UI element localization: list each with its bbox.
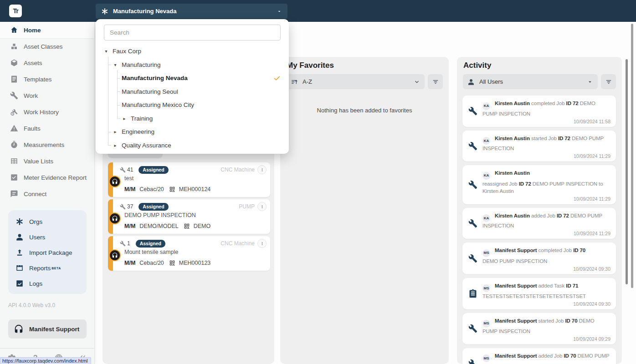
activity-text-strong: Manifest Support: [495, 248, 537, 253]
qr-code-icon: [169, 260, 175, 266]
job-menu-button[interactable]: [257, 239, 267, 248]
org-tree-node[interactable]: Manufacturing Seoul: [96, 85, 289, 99]
org-switcher-button[interactable]: Manufacturing Nevada: [96, 4, 287, 19]
status-badge: Assigned: [138, 166, 168, 174]
sidebar-item-work[interactable]: Work: [0, 87, 94, 104]
job-asset-class: CNC Machine: [221, 240, 255, 247]
job-card-header: 1AssignedCNC Machine: [120, 239, 267, 248]
activity-user-filter-dropdown[interactable]: All Users: [463, 74, 598, 89]
activity-text-strong: Kirsten Austin: [495, 213, 530, 218]
sidebar-item-reports[interactable]: Reports BETA: [8, 260, 87, 276]
org-tree-node[interactable]: ▾Manufacturing: [96, 58, 289, 72]
table-icon: [10, 157, 18, 165]
job-card[interactable]: 37AssignedPUMPDEMO PUMP INSPECTIONM/MDEM…: [108, 199, 270, 234]
activity-text-strong: Kirsten Austin: [495, 136, 530, 141]
sidebar-item-label: Connect: [24, 191, 46, 197]
sidebar-item-faults[interactable]: Faults: [0, 120, 94, 136]
activity-text: KA Kirsten Austin started Job ID 72 DEMO…: [482, 135, 610, 152]
support-button[interactable]: Manifest Support: [8, 319, 87, 339]
caret-right-icon[interactable]: ▸: [113, 143, 118, 148]
activity-text-strong: ID 71: [566, 283, 578, 288]
activity-text: MS Manifest Support added Job ID 70 DEMO…: [482, 352, 610, 364]
org-tree-node-label: Engineering: [122, 128, 154, 135]
caret-down-icon[interactable]: ▾: [103, 49, 109, 54]
app-logo: Tr: [9, 5, 22, 17]
activity-item[interactable]: KA Kirsten Austinreassigned Job ID 72 DE…: [462, 165, 616, 204]
assignee-avatar: [109, 176, 121, 187]
org-search-input[interactable]: [104, 25, 281, 40]
org-tree-node[interactable]: ▸Training: [96, 112, 289, 126]
sidebar-item-work-history[interactable]: Work History: [0, 104, 94, 120]
activity-item[interactable]: KA Kirsten Austin started Job ID 72 DEMO…: [462, 131, 616, 162]
activity-text-strong: Kirsten Austin: [495, 101, 530, 106]
sidebar-item-asset-classes[interactable]: Asset Classes: [0, 38, 94, 55]
org-hub-icon: [101, 8, 108, 15]
sidebar-item-import-package[interactable]: Import Package: [8, 245, 87, 260]
org-tree-node[interactable]: ▸Engineering: [96, 125, 289, 139]
caret-down-icon[interactable]: ▾: [113, 62, 118, 67]
sidebar-item-label: Value Lists: [24, 158, 53, 165]
sidebar-item-connect[interactable]: Connect: [0, 186, 94, 202]
chevron-down-icon: [414, 79, 420, 85]
sidebar-item-templates[interactable]: Templates: [0, 71, 94, 87]
activity-text-strong: ID 72: [566, 101, 579, 106]
job-card[interactable]: 1AssignedCNC MachineMount tensile sample…: [108, 236, 270, 271]
assignee-avatar: [109, 249, 121, 261]
activity-title: Activity: [463, 61, 491, 70]
person-icon: [15, 233, 24, 241]
status-bar-link: https://fauxcorp.taqdev.com/index.html: [0, 357, 91, 364]
wrench-icon: [120, 167, 126, 173]
sidebar-item-value-lists[interactable]: Value Lists: [0, 153, 94, 169]
sidebar-item-logs[interactable]: Logs: [8, 276, 87, 291]
job-menu-button[interactable]: [257, 165, 267, 174]
job-card[interactable]: 41AssignedCNC MachinetestM/MCebac/20MEH0…: [108, 162, 270, 197]
activity-filter-button[interactable]: [601, 74, 616, 89]
sidebar-item-measurements[interactable]: Measurements: [0, 136, 94, 153]
org-tree-node[interactable]: Manufacturing Mexico City: [96, 98, 289, 112]
sidebar-item-meter-evidence-report[interactable]: Meter Evidence Report: [0, 169, 94, 186]
job-id: 37: [127, 203, 133, 210]
logs-chart-icon: [15, 279, 24, 288]
sidebar-item-users[interactable]: Users: [8, 229, 87, 245]
sidebar-item-orgs[interactable]: Orgs: [8, 214, 87, 229]
selected-check-icon: [273, 75, 281, 82]
job-serial: DEMO: [194, 223, 211, 229]
activity-text-strong: ID 72: [519, 181, 531, 187]
user-initials-avatar: MS: [482, 354, 490, 362]
caret-right-icon[interactable]: ▸: [122, 116, 127, 121]
org-tree-node[interactable]: ▾Faux Corp: [96, 45, 289, 58]
home-icon: [10, 26, 18, 34]
job-id: 41: [127, 167, 133, 173]
job-card-header: 41AssignedCNC Machine: [120, 166, 267, 174]
favorites-filter-button[interactable]: [428, 74, 443, 89]
sidebar-item-label: Logs: [29, 280, 42, 287]
activity-text-strong: ID 72: [558, 136, 570, 141]
org-tree-node[interactable]: Manufacturing Nevada: [96, 71, 289, 85]
activity-item[interactable]: MS Manifest Support started Job ID 70 DE…: [462, 313, 616, 344]
activity-item[interactable]: KA Kirsten Austin completed Job ID 72 DE…: [462, 96, 616, 127]
page-scrollbar[interactable]: [631, 24, 633, 288]
templates-icon: [10, 75, 18, 83]
activity-scrollbar[interactable]: [626, 59, 628, 284]
activity-item[interactable]: KA Kirsten Austin added Job ID 72 DEMO P…: [462, 208, 616, 239]
make-model-label: M/M: [124, 186, 135, 192]
activity-item[interactable]: MS Manifest Support added Job ID 70 DEMO…: [462, 348, 616, 364]
favorites-sort-dropdown[interactable]: A-Z: [286, 74, 425, 89]
activity-item[interactable]: MS Manifest Support completed Job ID 70D…: [462, 243, 616, 274]
org-tree-node[interactable]: ▸Quality Assurance: [96, 139, 289, 152]
org-tree-node-label: Faux Corp: [113, 48, 141, 55]
org-tree-node-label: Manufacturing: [122, 61, 161, 68]
caret-down-icon: [587, 79, 593, 85]
activity-text-strong: ID 72: [557, 213, 569, 218]
activity-item[interactable]: MS Manifest Support added Task ID 71TEST…: [462, 278, 616, 310]
favorites-sort-label: A-Z: [303, 78, 312, 85]
job-asset-class: CNC Machine: [221, 167, 255, 173]
asset-classes-icon: [10, 42, 18, 51]
sidebar-item-label: Home: [24, 27, 41, 34]
job-menu-button[interactable]: [257, 202, 267, 211]
api-version-text: API 4.0.0 Web v3.0: [8, 302, 55, 308]
caret-right-icon[interactable]: ▸: [113, 129, 118, 134]
sidebar-item-home[interactable]: Home: [0, 22, 94, 38]
sidebar-item-assets[interactable]: Assets: [0, 55, 94, 71]
job-title: DEMO PUMP INSPECTION: [124, 212, 196, 218]
